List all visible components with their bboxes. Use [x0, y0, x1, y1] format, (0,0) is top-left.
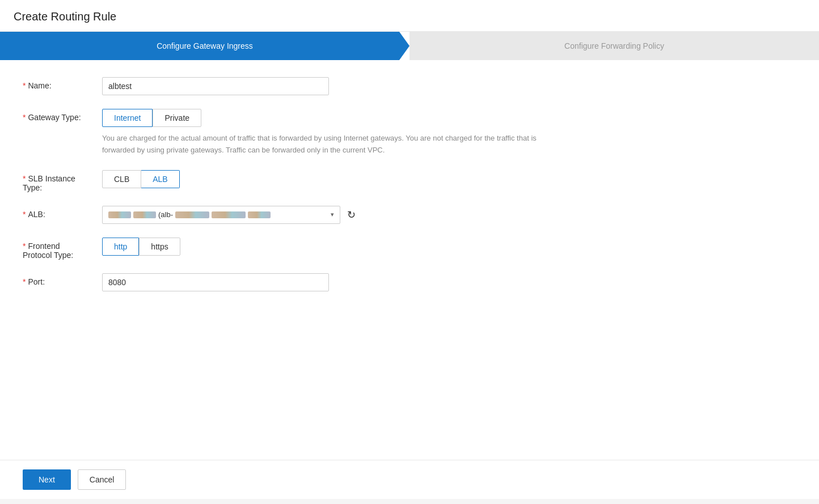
frontend-protocol-row: *Frontend Protocol Type: http https	[23, 238, 796, 260]
main-content: Configure Gateway Ingress Configure Forw…	[0, 32, 819, 499]
wizard-steps: Configure Gateway Ingress Configure Forw…	[0, 32, 819, 60]
gateway-type-control: Internet Private You are charged for the…	[102, 109, 796, 156]
port-input[interactable]	[102, 273, 329, 291]
name-label: *Name:	[23, 77, 102, 90]
slb-instance-type-control: CLB ALB	[102, 170, 796, 188]
alb-text-blur1	[133, 211, 156, 218]
wizard-step-1[interactable]: Configure Gateway Ingress	[0, 32, 410, 60]
gateway-type-label: *Gateway Type:	[23, 109, 102, 122]
alb-refresh-button[interactable]: ↻	[345, 207, 358, 222]
alb-dropdown-wrapper: (alb- ▾ ↻	[102, 206, 796, 224]
port-control	[102, 273, 796, 291]
slb-clb-btn[interactable]: CLB	[102, 170, 141, 188]
alb-label: *ALB:	[23, 206, 102, 219]
alb-control: (alb- ▾ ↻	[102, 206, 796, 224]
name-control	[102, 77, 796, 95]
form-area: *Name: *Gateway Type: Internet Private Y…	[0, 60, 819, 460]
name-row: *Name:	[23, 77, 796, 95]
footer: Next Cancel	[0, 460, 819, 499]
page-header: Create Routing Rule	[0, 0, 819, 32]
frontend-protocol-label: *Frontend Protocol Type:	[23, 238, 102, 260]
alb-text-blur2	[175, 211, 209, 218]
alb-row: *ALB: (alb- ▾ ↻	[23, 206, 796, 224]
protocol-https-btn[interactable]: https	[139, 238, 180, 256]
page-title: Create Routing Rule	[14, 10, 805, 23]
wizard-step-2[interactable]: Configure Forwarding Policy	[410, 32, 819, 60]
alb-text-blur4	[248, 211, 271, 218]
port-row: *Port:	[23, 273, 796, 291]
alb-icon-blur	[108, 211, 131, 218]
port-label: *Port:	[23, 273, 102, 286]
frontend-protocol-toggle-group: http https	[102, 238, 796, 256]
slb-alb-btn[interactable]: ALB	[141, 170, 179, 188]
slb-instance-type-row: *SLB Instance Type: CLB ALB	[23, 170, 796, 192]
alb-chevron-icon: ▾	[331, 211, 334, 218]
slb-instance-type-label: *SLB Instance Type:	[23, 170, 102, 192]
alb-select[interactable]: (alb- ▾	[102, 206, 340, 224]
alb-text-blur3	[212, 211, 246, 218]
gateway-type-toggle-group: Internet Private	[102, 109, 796, 127]
gateway-type-internet-btn[interactable]: Internet	[102, 109, 153, 127]
name-input[interactable]	[102, 77, 329, 95]
frontend-protocol-control: http https	[102, 238, 796, 256]
protocol-http-btn[interactable]: http	[102, 238, 139, 256]
gateway-type-row: *Gateway Type: Internet Private You are …	[23, 109, 796, 156]
next-button[interactable]: Next	[23, 469, 71, 490]
slb-instance-toggle-group: CLB ALB	[102, 170, 796, 188]
cancel-button[interactable]: Cancel	[78, 469, 126, 490]
gateway-type-description: You are charged for the actual amount of…	[102, 133, 556, 156]
gateway-type-private-btn[interactable]: Private	[153, 109, 201, 127]
